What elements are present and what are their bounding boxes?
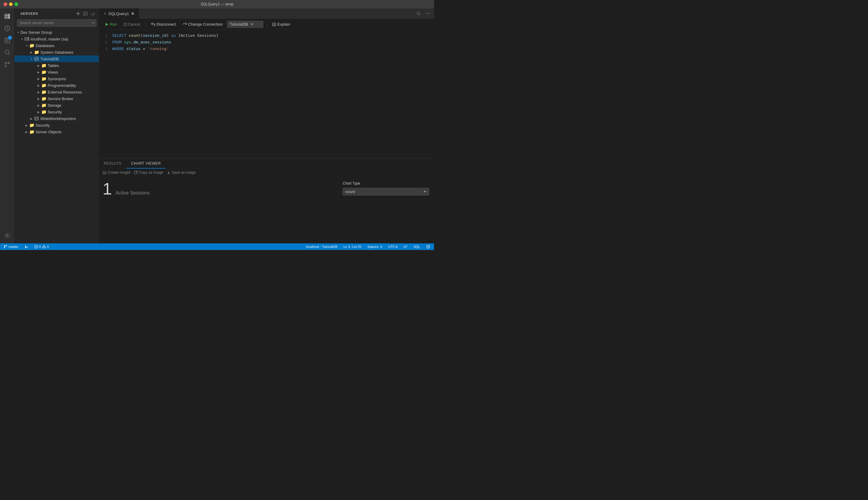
disconnect-label: Disconnect [157, 22, 176, 26]
status-left: master 0 0 [2, 243, 50, 250]
disconnect-button[interactable]: Disconnect [149, 21, 178, 27]
more-actions-icon[interactable] [424, 10, 432, 18]
tree-group[interactable]: ▾ Dev Server Group [14, 29, 99, 36]
svg-rect-28 [134, 172, 137, 174]
new-query-icon[interactable] [83, 11, 88, 16]
new-connection-icon[interactable] [76, 11, 81, 16]
tables-arrow: ▶ [36, 64, 41, 67]
eq-op: = [140, 46, 148, 51]
ext-folder-icon: 📁 [41, 90, 46, 94]
svg-point-3 [9, 14, 9, 15]
create-insight-button[interactable]: Create Insight [103, 170, 130, 174]
run-button[interactable]: Run [103, 21, 119, 27]
results-main: 1 Active Sessions [99, 177, 338, 243]
tree-programmability[interactable]: ▶ 📁 Programmability [14, 82, 99, 89]
databases-arrow: ▾ [24, 44, 29, 47]
sidebar-item-servers[interactable] [2, 11, 13, 22]
tree-external-resources[interactable]: ▶ 📁 External Resources [14, 89, 99, 95]
save-as-image-button[interactable]: Save as image [167, 170, 196, 174]
tab-results[interactable]: RESULTS [99, 159, 126, 169]
svg-marker-24 [105, 23, 108, 26]
settings-icon[interactable] [2, 230, 13, 241]
status-sync[interactable] [24, 243, 30, 250]
status-encoding[interactable]: UTF-8 [387, 243, 399, 250]
tab-chart-viewer-label: CHART VIEWER [131, 161, 161, 166]
copy-as-image-button[interactable]: Copy as image [134, 170, 163, 174]
close-button[interactable] [4, 2, 7, 6]
tab-chart-viewer[interactable]: CHART VIEWER [126, 159, 166, 169]
status-connection[interactable]: localhost : TutorialDB [305, 243, 339, 250]
server-arrow: ▾ [19, 37, 24, 41]
tree-server-objects[interactable]: ▶ 📁 Server Objects [14, 128, 99, 135]
tree-tutorialdb[interactable]: ▾ TutorialDB [14, 56, 99, 62]
search-box: × [17, 19, 96, 26]
sidebar-item-notebooks[interactable]: 1 [2, 35, 13, 46]
status-bar: master 0 0 localhost : TutorialDB [0, 243, 434, 250]
code-editor[interactable]: 1 SELECT count(session_id) as [Active Se… [99, 30, 434, 158]
cancel-button[interactable]: Cancel [121, 21, 142, 27]
chart-type-label: Chart Type [343, 181, 429, 185]
tree-server[interactable]: ▾ localhost, master (sa) [14, 36, 99, 42]
svg-point-8 [5, 50, 9, 54]
search-input[interactable] [17, 19, 96, 26]
server-icon [24, 36, 30, 41]
external-resources-label: External Resources [48, 90, 82, 94]
wwi-label: WideWorldImporters [41, 116, 76, 121]
titlebar: SQLQuery1 — temp [0, 0, 434, 9]
security-db-folder-icon: 📁 [41, 110, 46, 114]
tree-views[interactable]: ▶ 📁 Views [14, 69, 99, 76]
tree-service-broker[interactable]: ▶ 📁 Service Broker [14, 95, 99, 102]
status-errors[interactable]: 0 0 [33, 243, 50, 250]
db-dropdown[interactable]: TutorialDB [227, 21, 263, 28]
save-as-image-label: Save as image [172, 170, 196, 174]
status-spaces[interactable]: Spaces: 4 [366, 243, 383, 250]
search-editor-icon[interactable] [415, 10, 423, 18]
synonyms-folder-icon: 📁 [41, 76, 46, 81]
system-databases-label: System Databases [41, 50, 73, 55]
line-ending-info: LF [403, 245, 408, 249]
sidebar-header-icons [76, 11, 95, 16]
status-branch[interactable]: master [2, 243, 20, 250]
active-sessions-display: 1 Active Sessions [103, 179, 334, 198]
system-db-arrow: ▶ [29, 51, 34, 54]
warning-count: 0 [47, 245, 49, 249]
database-icon [34, 56, 39, 61]
ext-arrow: ▶ [36, 90, 41, 94]
svg-point-20 [417, 12, 420, 14]
status-cursor[interactable]: Ln 3, Col 25 [342, 243, 363, 250]
maximize-button[interactable] [14, 2, 18, 6]
tab-label: SQLQuery1 [108, 11, 129, 16]
change-connection-button[interactable]: Change Connection [180, 21, 225, 27]
status-feedback-icon[interactable] [425, 243, 432, 250]
refresh-icon[interactable] [90, 11, 95, 16]
activity-bar: 1 [0, 9, 14, 243]
tree-wwi[interactable]: ▶ WideWorldImporters [14, 115, 99, 122]
chart-panel: Chart Type count bar line scatter pie ti… [338, 177, 434, 243]
svg-point-29 [4, 246, 5, 246]
line-num-3: 3 [99, 46, 111, 52]
tree-security-server[interactable]: ▶ 📁 Security [14, 122, 99, 128]
views-arrow: ▶ [36, 70, 41, 74]
tree-system-databases[interactable]: ▶ 📁 System Databases [14, 49, 99, 56]
tree-synonyms[interactable]: ▶ 📁 Synonyms [14, 76, 99, 82]
col-session-id: session_id [143, 33, 167, 38]
minimize-button[interactable] [9, 2, 13, 6]
chart-type-select[interactable]: count bar line scatter pie timeSeries ho… [343, 188, 429, 195]
svg-point-11 [5, 66, 6, 67]
tree-security-db[interactable]: ▶ 📁 Security [14, 109, 99, 115]
sidebar-item-search[interactable] [2, 47, 13, 58]
sidebar-item-history[interactable] [2, 23, 13, 34]
status-line-ending[interactable]: LF [402, 243, 409, 250]
sidebar-item-git[interactable] [2, 59, 13, 70]
folder-icon: 📁 [29, 43, 34, 48]
tree-storage[interactable]: ▶ 📁 Storage [14, 102, 99, 109]
svg-point-17 [28, 39, 28, 40]
editor-tab[interactable]: ≡ SQLQuery1 [99, 9, 139, 19]
create-insight-label: Create Insight [108, 170, 130, 174]
tree-databases[interactable]: ▾ 📁 Databases [14, 42, 99, 49]
security-db-arrow: ▶ [36, 110, 41, 114]
explain-button[interactable]: Explain [270, 21, 293, 27]
tree-tables[interactable]: ▶ 📁 Tables [14, 62, 99, 69]
search-clear-icon[interactable]: × [92, 21, 95, 25]
status-language[interactable]: SQL [412, 243, 421, 250]
